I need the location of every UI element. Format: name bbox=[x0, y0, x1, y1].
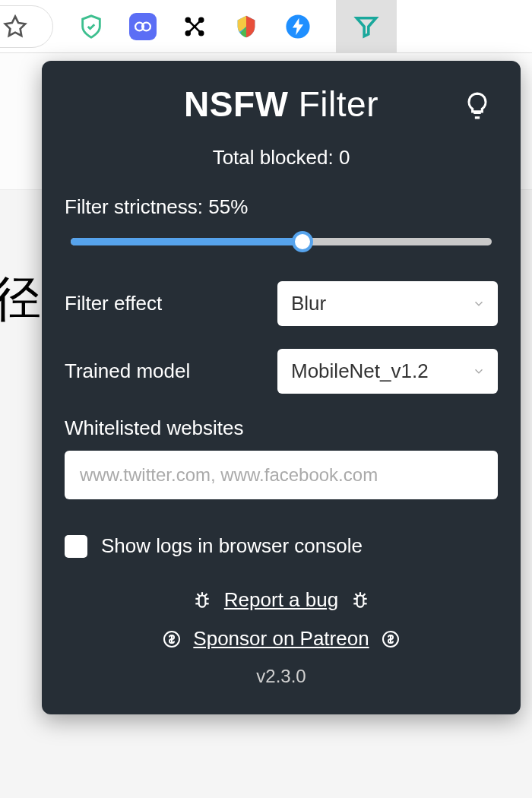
extension-icon-filter-active[interactable] bbox=[336, 0, 397, 53]
whitelist-label: Whitelisted websites bbox=[65, 416, 498, 440]
dollar-circle-icon bbox=[163, 630, 181, 648]
strictness-value: 55% bbox=[208, 195, 248, 218]
report-bug-row: Report a bug bbox=[65, 588, 498, 612]
dollar-circle-icon bbox=[382, 630, 400, 648]
network-nodes-icon bbox=[183, 15, 206, 38]
trained-model-value: MobileNet_v1.2 bbox=[291, 359, 429, 382]
sponsor-link[interactable]: Sponsor on Patreon bbox=[193, 627, 369, 651]
filter-effect-row: Filter effect Blur bbox=[65, 281, 498, 326]
svg-marker-0 bbox=[5, 16, 26, 35]
trained-model-select[interactable]: MobileNet_v1.2 bbox=[277, 349, 498, 394]
bug-icon bbox=[350, 591, 370, 610]
total-blocked-value: 0 bbox=[339, 146, 350, 169]
total-blocked-text: Total blocked: 0 bbox=[65, 146, 498, 169]
svg-rect-12 bbox=[198, 595, 205, 606]
background-cjk-text: 径 bbox=[0, 266, 41, 332]
filter-funnel-icon bbox=[353, 14, 379, 40]
extension-icon-lightning[interactable] bbox=[284, 13, 312, 40]
trained-model-row: Trained model MobileNet_v1.2 bbox=[65, 349, 498, 394]
trained-model-label: Trained model bbox=[65, 359, 190, 383]
filter-effect-value: Blur bbox=[291, 292, 326, 315]
extension-icon-link[interactable] bbox=[129, 13, 157, 40]
svg-line-26 bbox=[356, 594, 358, 596]
lightning-icon bbox=[285, 14, 311, 40]
strictness-slider[interactable] bbox=[71, 231, 492, 252]
shield-check-icon bbox=[78, 14, 104, 40]
svg-line-27 bbox=[363, 594, 365, 596]
filter-effect-label: Filter effect bbox=[65, 292, 162, 315]
extension-popup: NSFW Filter Total blocked: 0 Filter stri… bbox=[42, 61, 521, 714]
globe-shield-icon bbox=[233, 14, 259, 40]
whitelist-input[interactable] bbox=[65, 451, 498, 499]
version-text: v2.3.0 bbox=[65, 666, 498, 687]
report-bug-link[interactable]: Report a bug bbox=[224, 588, 338, 612]
sponsor-row: Sponsor on Patreon bbox=[65, 627, 498, 651]
popup-header: NSFW Filter bbox=[65, 84, 498, 125]
chevron-down-icon bbox=[472, 292, 486, 315]
chevron-down-icon bbox=[472, 359, 486, 383]
show-logs-checkbox[interactable] bbox=[65, 535, 87, 558]
extension-icon-globe[interactable] bbox=[233, 13, 260, 40]
popup-title-light: Filter bbox=[288, 84, 378, 124]
bookmark-pill[interactable] bbox=[0, 5, 53, 48]
show-logs-row[interactable]: Show logs in browser console bbox=[65, 534, 498, 558]
slider-fill bbox=[71, 238, 302, 245]
popup-title: NSFW Filter bbox=[65, 84, 498, 125]
svg-marker-11 bbox=[356, 17, 376, 36]
svg-rect-20 bbox=[357, 595, 364, 606]
extension-icon-nodes[interactable] bbox=[181, 13, 208, 40]
strictness-label: Filter strictness: 55% bbox=[65, 195, 498, 219]
bug-icon bbox=[192, 591, 212, 610]
star-icon bbox=[3, 14, 27, 39]
link-circle-icon bbox=[129, 11, 157, 42]
svg-line-18 bbox=[197, 594, 199, 596]
extension-icon-shield[interactable] bbox=[78, 13, 105, 40]
lightbulb-icon bbox=[463, 91, 492, 120]
svg-line-19 bbox=[204, 594, 207, 596]
theme-toggle-button[interactable] bbox=[463, 91, 492, 123]
slider-thumb[interactable] bbox=[292, 231, 313, 252]
popup-title-strong: NSFW bbox=[184, 84, 288, 124]
browser-toolbar bbox=[0, 0, 532, 53]
filter-effect-select[interactable]: Blur bbox=[277, 281, 498, 326]
show-logs-label: Show logs in browser console bbox=[101, 534, 363, 558]
